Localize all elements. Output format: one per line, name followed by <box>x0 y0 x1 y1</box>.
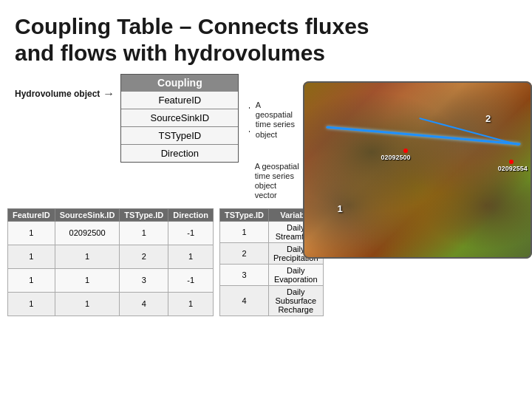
map-text-02092500: 02092500 <box>381 154 410 161</box>
coupling-row-feature: FeatureID <box>121 91 238 109</box>
map-container: 1 2 02092500 02092554 <box>303 81 532 259</box>
arrow-icon: → <box>103 87 115 100</box>
geo-text-1: A geospatial time series object <box>256 100 300 140</box>
col-header-direction: Direction <box>168 208 214 221</box>
coupling-box: Coupling FeatureID SourceSinkID TSTypeID… <box>120 74 239 163</box>
map-dot-02092554 <box>509 160 514 164</box>
geo-text-2: A geospatial time series object vector <box>255 162 300 201</box>
page-title: Coupling Table – Connects fluxes and flo… <box>15 13 517 66</box>
table-row: 113-1 <box>8 268 214 292</box>
hydrovolume-label: Hydrovolume object <box>15 89 100 99</box>
title-section: Coupling Table – Connects fluxes and flo… <box>0 0 532 74</box>
geo-annotation-2: A geospatial time series object vector <box>245 162 299 201</box>
bracket-icon-1 <box>245 105 249 134</box>
main-content: Hydrovolume object → Coupling FeatureID … <box>0 74 532 316</box>
hydro-label-area: Hydrovolume object → <box>15 87 117 100</box>
table-row: 1121 <box>8 245 214 268</box>
map-text-02092554: 02092554 <box>498 165 528 172</box>
table-row: 1141 <box>8 292 214 316</box>
right-panel: 1 2 02092500 02092554 <box>303 74 532 316</box>
coupling-row-tstype: TSTypeID <box>121 126 238 144</box>
map-label-2: 2 <box>485 113 491 124</box>
coupling-header: Coupling <box>121 75 238 91</box>
col-header-tstype: TSType.ID <box>220 208 269 221</box>
left-panel: Hydrovolume object → Coupling FeatureID … <box>7 74 296 316</box>
coupling-data-table: FeatureID SourceSink.ID TSType.ID Direct… <box>7 208 214 316</box>
geo-annotation-1: A geospatial time series object <box>245 100 299 140</box>
coupling-row-source: SourceSinkID <box>121 109 238 126</box>
col-header-featureid: FeatureID <box>8 208 55 221</box>
col-header-tstypeid: TSType.ID <box>120 208 168 221</box>
map-label-1: 1 <box>338 203 343 214</box>
col-header-sourcesinkid: SourceSink.ID <box>55 208 120 221</box>
tables-area: FeatureID SourceSink.ID TSType.ID Direct… <box>7 208 296 316</box>
table-row: 1020925001-1 <box>8 221 214 245</box>
coupling-diagram: Hydrovolume object → Coupling FeatureID … <box>15 74 296 201</box>
coupling-row-direction: Direction <box>121 144 238 162</box>
bracket-icon-2 <box>245 174 248 188</box>
